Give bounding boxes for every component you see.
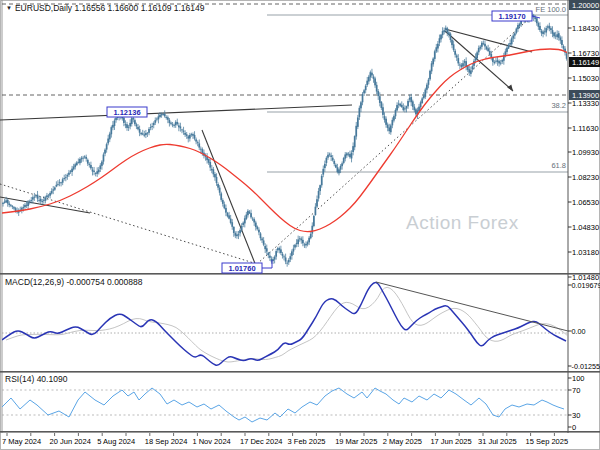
svg-text:0.00: 0.00 <box>572 327 586 336</box>
svg-text:3 Feb 2025: 3 Feb 2025 <box>288 437 326 446</box>
svg-text:7 May 2024: 7 May 2024 <box>2 437 41 446</box>
svg-text:1.11630: 1.11630 <box>572 124 599 133</box>
svg-text:1.12136: 1.12136 <box>113 108 140 117</box>
svg-text:0: 0 <box>572 423 576 432</box>
svg-text:18 Sep 2024: 18 Sep 2024 <box>145 437 188 446</box>
svg-text:1.16730: 1.16730 <box>572 49 599 58</box>
svg-text:1.20000: 1.20000 <box>572 1 599 10</box>
svg-text:1.18430: 1.18430 <box>572 24 599 33</box>
svg-text:19 Mar 2025: 19 Mar 2025 <box>335 437 377 446</box>
svg-text:1.01760: 1.01760 <box>228 264 255 273</box>
svg-text:FE 100.0: FE 100.0 <box>536 5 566 14</box>
svg-text:20 Jun 2024: 20 Jun 2024 <box>50 437 91 446</box>
svg-text:1.13330: 1.13330 <box>572 99 599 108</box>
svg-text:1.08230: 1.08230 <box>572 173 599 182</box>
macd-indicator-label: MACD(12,26,9) -0.000754 0.000888 <box>5 277 143 287</box>
macd-lines <box>2 282 568 365</box>
svg-text:1.09930: 1.09930 <box>572 148 599 157</box>
symbol-ohlc-text: EURUSD,Daily 1.16556 1.16600 1.16109 1.1… <box>15 3 205 13</box>
date-axis[interactable]: 7 May 202420 Jun 20245 Aug 202418 Sep 20… <box>2 433 568 446</box>
svg-text:1.06530: 1.06530 <box>572 198 599 207</box>
svg-text:1.15030: 1.15030 <box>572 74 599 83</box>
svg-text:1.04830: 1.04830 <box>572 223 599 232</box>
svg-text:-0.012552: -0.012552 <box>572 362 600 371</box>
svg-text:17 Dec 2024: 17 Dec 2024 <box>240 437 283 446</box>
svg-text:61.8: 61.8 <box>551 161 566 170</box>
svg-text:1.19170: 1.19170 <box>498 12 525 21</box>
moving-average-line <box>2 49 568 232</box>
svg-text:15 Sep 2025: 15 Sep 2025 <box>526 437 569 446</box>
symbol-title: ▼EURUSD,Daily 1.16556 1.16600 1.16109 1.… <box>6 3 204 13</box>
svg-text:70: 70 <box>572 386 580 395</box>
chart-window: FE 100.038.261.81.191701.121361.017601.2… <box>0 0 600 450</box>
svg-text:1.03180: 1.03180 <box>572 248 599 257</box>
svg-text:31 Jul 2025: 31 Jul 2025 <box>478 437 517 446</box>
svg-text:1.16149: 1.16149 <box>572 58 599 67</box>
watermark: Action Forex <box>406 212 519 234</box>
macd-pane[interactable]: 0.0196790.00-0.012552 <box>2 281 600 371</box>
svg-text:1 Nov 2024: 1 Nov 2024 <box>192 437 230 446</box>
svg-text:5 Aug 2024: 5 Aug 2024 <box>97 437 135 446</box>
svg-text:30: 30 <box>572 411 580 420</box>
svg-text:17 Jun 2025: 17 Jun 2025 <box>430 437 471 446</box>
svg-text:100: 100 <box>572 374 585 383</box>
rsi-pane[interactable]: 10070300 <box>2 374 585 432</box>
svg-text:2 May 2025: 2 May 2025 <box>383 437 422 446</box>
chart-collapse-icon[interactable]: ▼ <box>6 5 12 11</box>
rsi-indicator-label: RSI(14) 40.1090 <box>5 374 67 384</box>
svg-text:0.019679: 0.019679 <box>572 281 600 290</box>
fibonacci-lines: FE 100.038.261.8 <box>267 5 568 172</box>
svg-text:38.2: 38.2 <box>551 101 566 110</box>
